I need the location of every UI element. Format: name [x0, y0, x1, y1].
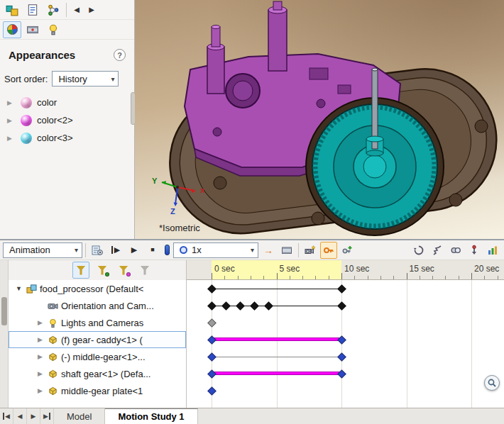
timeline-gridline [277, 280, 278, 408]
display-manager-subtabs-row [0, 20, 134, 40]
keyframe-diamond[interactable] [337, 335, 346, 345]
save-animation-button[interactable] [278, 242, 295, 259]
keyframe-diamond[interactable] [221, 301, 231, 311]
panel-tabs-row: ◀ ▶ [0, 0, 134, 20]
tab-motion-study-label: Motion Study 1 [118, 411, 184, 422]
help-icon[interactable]: ? [114, 49, 126, 61]
keyframe-diamond[interactable] [207, 301, 217, 311]
appearance-item[interactable]: ▶color [0, 94, 134, 111]
last-tab-icon: ▶ [43, 413, 50, 420]
keyframe-diamond[interactable] [337, 352, 346, 362]
expand-icon[interactable]: ▶ [36, 370, 44, 377]
motion-tree-item[interactable]: ▶(f) gear- caddy<1> ( [9, 331, 186, 348]
expand-icon[interactable]: ▶ [36, 336, 44, 343]
part-icon [47, 334, 58, 345]
expand-icon[interactable]: ▶ [7, 135, 16, 142]
motion-tree-item[interactable]: ▶shaft gear<1> (Defa... [9, 365, 186, 382]
scroll-tabs-first-button[interactable]: ◀ [0, 408, 13, 424]
keyframe-diamond[interactable] [207, 352, 217, 362]
timeline-zoom-button[interactable] [484, 375, 500, 391]
keyframe-diamond[interactable] [207, 369, 217, 379]
playback-speed-dropdown[interactable]: 1x ▾ [173, 242, 258, 258]
stop-icon: ■ [150, 247, 154, 253]
scrollbar-thumb[interactable] [1, 297, 7, 325]
keyframe-diamond[interactable] [337, 301, 346, 311]
spring-button[interactable] [429, 242, 446, 259]
scroll-tabs-prev-button[interactable]: ◀ [13, 408, 27, 424]
sort-order-dropdown[interactable]: History ▾ [52, 71, 119, 87]
gravity-button[interactable] [466, 242, 483, 259]
filter-animated-button[interactable] [94, 262, 111, 279]
keyframe-diamond[interactable] [337, 284, 346, 294]
graphics-viewport[interactable]: Y x Z *Isometric [135, 0, 504, 239]
view-scene-lights-icon[interactable] [44, 21, 62, 38]
orientation-triad: Y x Z [152, 173, 216, 218]
keyframe-diamond[interactable] [207, 318, 217, 328]
expand-icon[interactable]: ▶ [7, 99, 16, 106]
study-type-dropdown[interactable]: Animation ▾ [3, 242, 82, 258]
featuremanager-tab-icon[interactable] [3, 1, 21, 18]
stop-button[interactable]: ■ [144, 242, 161, 259]
keyframe-diamond[interactable] [236, 301, 245, 311]
tab-model[interactable]: Model [54, 408, 105, 424]
appearance-item[interactable]: ▶color<2> [0, 111, 134, 129]
keyframe-diamond[interactable] [207, 386, 217, 396]
expand-icon[interactable]: ▶ [36, 387, 44, 394]
timeline-tracks[interactable] [186, 280, 504, 408]
view-decals-icon[interactable] [23, 21, 42, 38]
play-from-start-button[interactable]: ▶ [107, 242, 124, 259]
filter-driving-button[interactable] [115, 262, 132, 279]
ruler-tick [341, 273, 342, 279]
screw-boss [475, 120, 488, 133]
expand-icon[interactable]: ▶ [36, 353, 44, 360]
motion-tree-item[interactable]: ▶(-) middle-gear<1>... [9, 348, 186, 365]
keyframe-diamond[interactable] [207, 335, 217, 345]
keyframe-line [212, 306, 341, 306]
appearances-pie-icon [7, 24, 18, 35]
expand-icon[interactable]: ▶ [7, 117, 16, 124]
tab-motion-study-1[interactable]: Motion Study 1 [105, 408, 197, 424]
propertymanager-tab-icon[interactable] [23, 1, 42, 18]
motion-tree-item[interactable]: Orientation and Cam... [9, 297, 186, 314]
motion-tree-item[interactable]: ▶middle-gear plate<1 [9, 382, 186, 399]
playback-mode-button[interactable]: → [260, 242, 277, 259]
panel-scroll-left-button[interactable]: ◀ [70, 2, 83, 18]
tree-scrollbar[interactable] [0, 260, 9, 408]
keyframe-diamond[interactable] [264, 301, 273, 311]
scroll-tabs-next-button[interactable]: ▶ [27, 408, 40, 424]
calculate-button[interactable] [89, 242, 106, 259]
appearance-item[interactable]: ▶color<3> [0, 129, 134, 147]
add-key-button[interactable] [339, 242, 356, 259]
timeline-ruler[interactable]: 0 sec5 sec10 sec15 sec20 sec [186, 260, 504, 280]
scroll-tabs-last-button[interactable]: ▶ [40, 408, 54, 424]
keyframe-diamond[interactable] [250, 301, 259, 311]
timebar-pin-icon[interactable] [165, 245, 170, 255]
panel-scroll-right-button[interactable]: ▶ [85, 2, 98, 18]
keyframe-line [212, 289, 341, 289]
animation-wizard-button[interactable] [302, 242, 319, 259]
collapse-icon[interactable]: ▼ [15, 285, 23, 292]
motion-tree-item-label: (-) middle-gear<1>... [61, 352, 146, 362]
filter-button[interactable] [72, 262, 89, 279]
autokey-button[interactable] [320, 242, 337, 259]
results-and-plots-button[interactable] [484, 242, 501, 259]
contact-button[interactable] [447, 242, 464, 259]
keyframe-diamond[interactable] [207, 284, 217, 294]
left-post[interactable] [207, 26, 224, 94]
right-post[interactable] [268, 1, 287, 71]
configurationmanager-tab-icon[interactable] [44, 1, 62, 18]
motion-tree-item[interactable]: ▼food_processor (Default< [9, 280, 186, 297]
ruler-tick [290, 276, 290, 279]
motor-button[interactable] [410, 242, 427, 259]
motion-tree-item[interactable]: ▶Lights and Cameras [9, 314, 186, 331]
play-button[interactable]: ▶ [126, 242, 143, 259]
view-appearances-icon[interactable] [3, 21, 21, 38]
timeline-change-bar[interactable] [212, 372, 341, 375]
ruler-tick [445, 276, 446, 279]
keyframe-diamond[interactable] [337, 369, 346, 379]
timeline-change-bar[interactable] [212, 337, 341, 341]
expand-icon[interactable]: ▶ [36, 319, 44, 326]
toolbar-divider [66, 3, 67, 17]
filter-results-button[interactable] [136, 262, 153, 279]
solidworks-window: ◀ ▶ Appearances ? Sort order: History ▾ [0, 0, 504, 424]
